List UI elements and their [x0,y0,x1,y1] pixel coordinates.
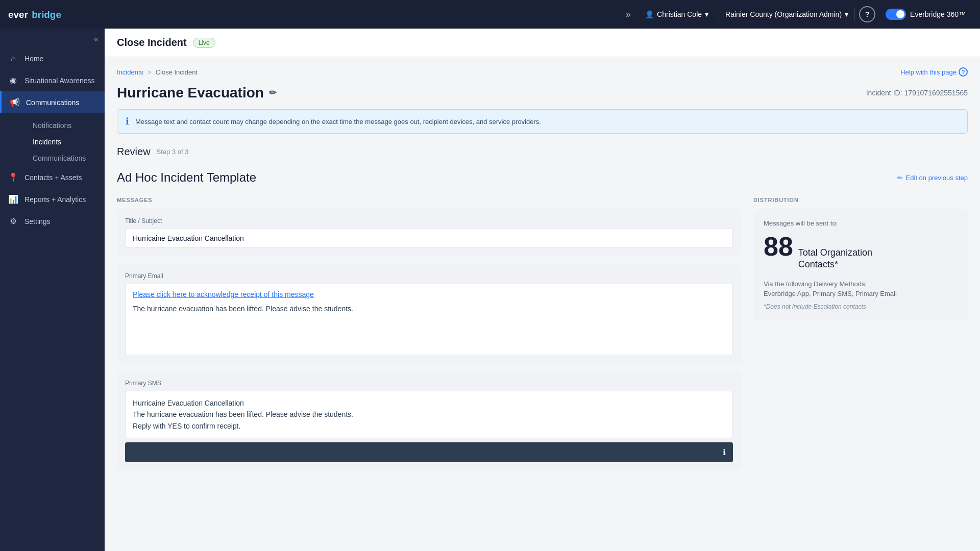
sidebar-sub-notifications[interactable]: Notifications [24,117,105,134]
incident-id-value: 17910716925515​65 [904,89,968,97]
two-column-layout: MESSAGES Title / Subject Hurricaine Evac… [117,197,968,470]
dist-via-label: Via the following Delivery Methods: [764,280,867,288]
top-navigation: ever bridge » 👤 Christian Cole ▾ Rainier… [0,0,980,29]
sidebar-item-contacts-assets[interactable]: 📍 Contacts + Assets [0,166,105,188]
edit-previous-step-label: Edit on previous step [906,174,968,182]
topnav-right: » 👤 Christian Cole ▾ Rainier County (Org… [622,6,972,22]
incident-id-label: Incident ID: [866,89,902,97]
everbridge-360-toggle[interactable] [886,9,906,20]
sidebar-item-situational-awareness[interactable]: ◉ Situational Awareness [0,69,105,91]
sms-info-icon: ℹ [723,447,726,457]
breadcrumb-current: Close Incident [156,68,198,76]
breadcrumb: Incidents > Close Incident Help with thi… [117,67,968,77]
breadcrumb-incidents-link[interactable]: Incidents [117,68,143,76]
sidebar-item-settings-label: Settings [24,217,51,226]
sidebar: « ⌂ Home ◉ Situational Awareness 📢 Commu… [0,29,105,551]
incident-title-row: Hurricane Evacuation ✏ Incident ID: 1791… [117,85,968,101]
primary-sms-label: Primary SMS [125,380,733,387]
edit-pencil-icon: ✏ [897,174,903,182]
main-layout: « ⌂ Home ◉ Situational Awareness 📢 Commu… [0,29,980,551]
toggle-section: Everbridge 360™ [879,9,972,20]
review-header: Review Step 3 of 3 [117,146,968,158]
org-menu[interactable]: Rainier County (Organization Admin) ▾ [719,7,855,21]
sidebar-item-communications-label: Communications [26,98,79,107]
logo-svg: ever bridge [8,6,69,22]
dist-note: *Does not include Escalation contacts [764,303,958,310]
messages-section-label: MESSAGES [117,197,741,203]
primary-email-card: Primary Email Please click here to ackno… [117,264,741,363]
help-link-text: Help with this page [900,68,957,76]
incident-title-text: Hurricane Evacuation [117,85,264,101]
dist-count-label-line2: Contacts* [798,259,838,269]
review-title: Review [117,146,151,158]
help-link[interactable]: Help with this page ? [900,67,968,77]
edit-incident-title-button[interactable]: ✏ [269,87,277,98]
distribution-section-label: DISTRIBUTION [753,197,968,203]
email-body-text: The hurricane evacuation has been lifted… [133,304,725,314]
situational-awareness-icon: ◉ [8,76,18,85]
page-title: Close Incident [117,37,187,48]
logo: ever bridge [8,6,69,22]
divider [117,162,968,162]
sidebar-item-home[interactable]: ⌂ Home [0,48,105,69]
title-subject-value: Hurricaine Evacuation Cancellation [125,229,733,248]
sidebar-item-reports-analytics[interactable]: 📊 Reports + Analytics [0,188,105,210]
user-dropdown-icon: ▾ [705,10,708,18]
home-icon: ⌂ [8,54,18,63]
email-acknowledge-link[interactable]: Please click here to acknowledge receipt… [133,290,725,298]
messages-card: Title / Subject Hurricaine Evacuation Ca… [117,209,741,256]
dist-count-label-line1: Total Organization [798,247,872,258]
sidebar-item-settings[interactable]: ⚙ Settings [0,210,105,232]
sidebar-item-home-label: Home [24,55,43,63]
dist-sent-to-label: Messages will be sent to: [764,219,958,227]
toggle-label: Everbridge 360™ [910,10,966,18]
dist-count-row: 88 Total Organization Contacts* [764,233,958,271]
sms-body: Hurricaine Evacuation Cancellation The h… [125,391,733,438]
help-circle-icon: ? [959,67,968,77]
sidebar-item-reports-analytics-label: Reports + Analytics [24,195,86,204]
org-dropdown-icon: ▾ [845,10,848,18]
title-subject-label: Title / Subject [125,217,733,224]
sidebar-item-situational-awareness-label: Situational Awareness [24,77,95,85]
primary-email-body: Please click here to acknowledge receipt… [125,284,733,355]
dist-count-label: Total Organization Contacts* [798,247,872,271]
org-name: Rainier County (Organization Admin) [725,10,842,18]
svg-text:ever: ever [8,9,28,20]
breadcrumb-left: Incidents > Close Incident [117,68,198,76]
sidebar-collapse-button[interactable]: « [0,33,105,48]
nav-arrows[interactable]: » [622,9,635,20]
dist-via: Via the following Delivery Methods: Ever… [764,279,958,299]
communications-icon: 📢 [10,97,20,107]
step-label: Step 3 of 3 [157,148,189,156]
info-banner-icon: ℹ [126,116,129,127]
svg-text:bridge: bridge [32,9,61,20]
help-button[interactable]: ? [859,6,875,22]
sidebar-item-contacts-assets-label: Contacts + Assets [24,173,82,182]
edit-previous-step-link[interactable]: ✏ Edit on previous step [897,174,968,182]
primary-sms-card: Primary SMS Hurricaine Evacuation Cancel… [117,371,741,470]
sms-line-1: Hurricaine Evacuation Cancellation [133,397,725,409]
template-row: Ad Hoc Incident Template ✏ Edit on previ… [117,170,968,185]
sms-line-3: Reply with YES to confirm receipt. [133,420,725,432]
distribution-card: Messages will be sent to: 88 Total Organ… [753,209,968,320]
sms-line-2: The hurricane evacuation has been lifted… [133,409,725,420]
distribution-column: DISTRIBUTION Messages will be sent to: 8… [753,197,968,470]
info-banner-text: Message text and contact count may chang… [135,118,541,126]
primary-email-label: Primary Email [125,272,733,280]
page-header: Close Incident Live [105,29,980,57]
info-banner: ℹ Message text and contact count may cha… [117,109,968,134]
user-name: Christian Cole [657,10,702,18]
settings-icon: ⚙ [8,216,18,226]
dist-via-methods: Everbridge App, Primary SMS, Primary Ema… [764,290,897,297]
incident-title: Hurricane Evacuation ✏ [117,85,277,101]
sidebar-item-communications[interactable]: 📢 Communications [0,91,105,113]
user-menu[interactable]: 👤 Christian Cole ▾ [639,7,715,21]
content-scroll-area: Incidents > Close Incident Help with thi… [105,57,980,551]
sms-info-bar: ℹ [125,442,733,462]
communications-submenu: Notifications Incidents Communications [0,113,105,166]
sidebar-sub-incidents[interactable]: Incidents [24,134,105,150]
dist-count: 88 [764,233,793,260]
breadcrumb-separator: > [148,68,152,76]
reports-analytics-icon: 📊 [8,194,18,204]
sidebar-sub-communications[interactable]: Communications [24,150,105,166]
